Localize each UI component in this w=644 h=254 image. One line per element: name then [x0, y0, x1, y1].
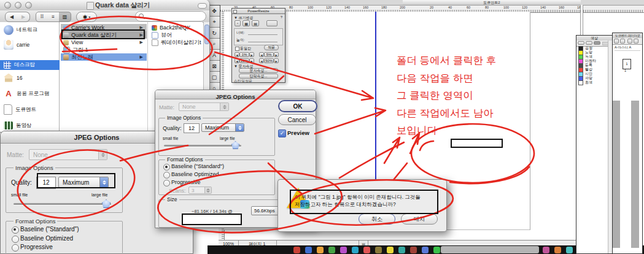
quality-slider[interactable]: [14, 203, 111, 205]
dock-icon[interactable]: [422, 247, 429, 253]
quality-input[interactable]: 12: [184, 123, 200, 133]
character-attributes-button[interactable]: 문자속성...: [239, 68, 278, 73]
dock-icon[interactable]: [375, 247, 382, 253]
resize-mode-button[interactable]: ▦: [242, 20, 250, 26]
list-view-button[interactable]: ≡: [47, 12, 60, 22]
list-item[interactable]: Carrie's Work ▶: [61, 24, 147, 31]
quality-input[interactable]: 12: [36, 177, 56, 189]
progressive-radio[interactable]: [163, 180, 170, 187]
sidebar-item-network[interactable]: 네트워크: [0, 23, 60, 36]
frame-view-button[interactable]: [586, 41, 592, 45]
preview-checkbox[interactable]: ✓: [278, 129, 286, 137]
dock-icon[interactable]: [317, 247, 324, 253]
cancel-button[interactable]: Cancel: [278, 114, 316, 125]
text-view-button[interactable]: [594, 41, 600, 45]
sidebar-item-documents[interactable]: 도큐멘트: [0, 103, 60, 116]
step-increment-button[interactable]: ▸: [274, 58, 279, 63]
step-increment-button[interactable]: ▸: [274, 52, 279, 57]
baseline-standard-radio[interactable]: [163, 164, 170, 171]
powerresize-titlebar[interactable]: PowerResize: [232, 9, 285, 14]
paragraph-attributes-button[interactable]: 단락속성...: [239, 74, 278, 79]
toolbar-toggle-capsule[interactable]: [198, 3, 207, 9]
dialog-titlebar[interactable]: JPEG Options: [155, 90, 316, 99]
dock-icon[interactable]: [433, 247, 440, 253]
master-page-item[interactable]: A-마스터 A: [615, 45, 640, 51]
scrollbar-thumb[interactable]: [204, 25, 209, 44]
resize-mode-button[interactable]: [266, 20, 277, 26]
dock-icon[interactable]: [410, 247, 417, 253]
picture-box-tool-icon[interactable]: ⊠: [209, 61, 220, 72]
page-thumbnail[interactable]: 1: [623, 59, 631, 69]
fill-view-button[interactable]: [578, 41, 584, 45]
layout-palette-scroll-track[interactable]: [631, 101, 639, 248]
dock-icon[interactable]: [363, 247, 370, 253]
list-item[interactable]: 쿼데이터살리기t: [149, 39, 202, 46]
resize-mode-button[interactable]: ▤: [252, 20, 259, 26]
list-item[interactable]: 그림 1: [61, 46, 147, 53]
baseline-optimized-radio[interactable]: [163, 172, 170, 179]
sidebar-item-home[interactable]: 16: [0, 71, 60, 84]
minimize-icon[interactable]: [15, 2, 21, 9]
icon-view-button[interactable]: ⠿: [36, 12, 48, 22]
back-button[interactable]: ◀: [5, 12, 18, 22]
rounded-box-tool-icon[interactable]: ▢: [209, 72, 220, 83]
dock-icon[interactable]: [398, 247, 405, 253]
zoom-tool-icon[interactable]: ⌕: [209, 39, 220, 50]
progressive-radio[interactable]: [12, 244, 19, 252]
sidebar-item-carrie[interactable]: carrie: [0, 38, 60, 51]
dock-icon[interactable]: [328, 247, 335, 253]
blank-page-icon[interactable]: [614, 39, 619, 44]
list-item[interactable]: 최신노래 ▶: [61, 53, 147, 61]
list-item[interactable]: Back2theQK: [149, 24, 202, 31]
forward-button[interactable]: ▶: [17, 12, 30, 22]
finder-titlebar[interactable]: Quark data 살리기: [0, 0, 209, 11]
same-value-checkbox[interactable]: [235, 47, 239, 51]
delete-page-icon[interactable]: [634, 39, 638, 44]
matte-dropdown[interactable]: None: [29, 149, 107, 160]
quality-slider[interactable]: [164, 145, 241, 147]
scans-dropdown[interactable]: 3: [188, 187, 212, 194]
step-decrement-button[interactable]: ◂: [235, 52, 239, 57]
color-list-item[interactable]: 흰색: [576, 80, 608, 85]
palette-close-icon[interactable]: [233, 10, 237, 13]
master-page-icon[interactable]: [620, 39, 625, 44]
quality-slider-thumb[interactable]: [102, 199, 111, 208]
height-field[interactable]: [248, 42, 277, 42]
ok-button[interactable]: OK: [278, 100, 317, 112]
list-item[interactable]: 뷰어: [149, 31, 202, 39]
dock-icon[interactable]: [387, 247, 394, 253]
resize-mode-button[interactable]: ▫: [235, 20, 241, 26]
quality-slider-thumb[interactable]: [231, 141, 239, 149]
step-decrement-button[interactable]: ◂: [259, 58, 264, 63]
quality-preset-dropdown[interactable]: Maximum: [201, 123, 244, 132]
text-box-tool-icon[interactable]: A: [209, 50, 220, 61]
quality-preset-dropdown[interactable]: Maximum: [58, 177, 109, 188]
cancel-button[interactable]: 취소: [359, 214, 395, 225]
content-tool-icon[interactable]: ⌖: [209, 17, 220, 28]
step-increment-button[interactable]: ▸: [249, 52, 254, 57]
replace-button[interactable]: 대치: [401, 214, 438, 225]
step-increment-button[interactable]: ▸: [249, 58, 254, 63]
step-decrement-button[interactable]: ◂: [259, 52, 264, 57]
column-view-button[interactable]: ▥: [59, 12, 71, 22]
duplicate-page-icon[interactable]: [627, 39, 632, 44]
rotate-tool-icon[interactable]: ↻: [209, 28, 220, 39]
window-proxy-icon[interactable]: [87, 2, 94, 10]
step-decrement-button[interactable]: ◂: [235, 58, 239, 63]
matte-dropdown[interactable]: None: [179, 102, 229, 111]
dock-icon[interactable]: [293, 247, 300, 253]
close-icon[interactable]: [4, 2, 11, 9]
sidebar-item-movies[interactable]: 동영상: [0, 119, 60, 132]
help-icon[interactable]: ?: [281, 15, 282, 19]
baseline-standard-radio[interactable]: [12, 226, 19, 234]
list-item[interactable]: Quark data 살리기 ▶: [61, 31, 147, 39]
dock-icon[interactable]: [305, 247, 312, 253]
width-field[interactable]: [248, 34, 277, 35]
apply-button[interactable]: 적용: [264, 45, 279, 50]
dock-icon[interactable]: [352, 247, 359, 253]
column-divider[interactable]: [147, 22, 148, 132]
list-item[interactable]: View ▶: [61, 39, 147, 46]
baseline-optimized-radio[interactable]: [12, 236, 19, 243]
dock-icon[interactable]: [554, 247, 561, 253]
zoom-window-icon[interactable]: [25, 2, 32, 9]
